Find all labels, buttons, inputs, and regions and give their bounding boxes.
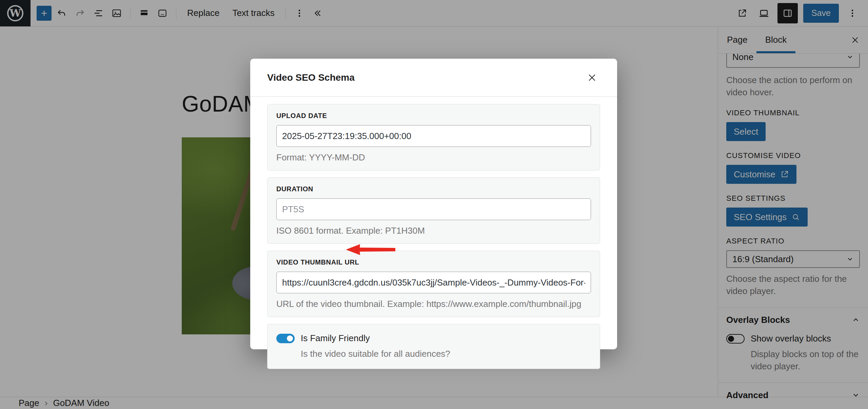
duration-input[interactable]	[276, 198, 591, 220]
family-friendly-card: Is Family Friendly Is the video suitable…	[267, 324, 600, 369]
duration-label: DURATION	[276, 185, 591, 193]
modal-close-button[interactable]	[584, 70, 600, 86]
upload-date-input[interactable]	[276, 125, 591, 147]
family-friendly-toggle[interactable]	[276, 334, 295, 343]
upload-date-label: UPLOAD DATE	[276, 112, 591, 120]
upload-date-help: Format: YYYY-MM-DD	[276, 152, 591, 163]
close-icon	[587, 73, 597, 83]
video-thumbnail-url-help: URL of the video thumbnail. Example: htt…	[276, 299, 591, 309]
toggle-knob	[287, 335, 293, 342]
duration-card: DURATION ISO 8601 format. Example: PT1H3…	[267, 177, 600, 244]
video-thumbnail-url-label: VIDEO THUMBNAIL URL	[276, 258, 591, 266]
family-friendly-row: Is Family Friendly	[276, 333, 591, 344]
family-friendly-help: Is the video suitable for all audiences?	[301, 348, 591, 360]
video-seo-schema-modal: Video SEO Schema UPLOAD DATE Format: YYY…	[250, 59, 617, 349]
modal-header: Video SEO Schema	[250, 59, 617, 97]
upload-date-card: UPLOAD DATE Format: YYYY-MM-DD	[267, 104, 600, 171]
duration-help: ISO 8601 format. Example: PT1H30M	[276, 226, 591, 236]
video-thumbnail-url-card: VIDEO THUMBNAIL URL URL of the video thu…	[267, 251, 600, 317]
family-friendly-label: Is Family Friendly	[301, 333, 370, 344]
modal-body: UPLOAD DATE Format: YYYY-MM-DD DURATION …	[250, 97, 617, 376]
modal-title: Video SEO Schema	[267, 72, 355, 83]
video-thumbnail-url-input[interactable]	[276, 272, 591, 293]
